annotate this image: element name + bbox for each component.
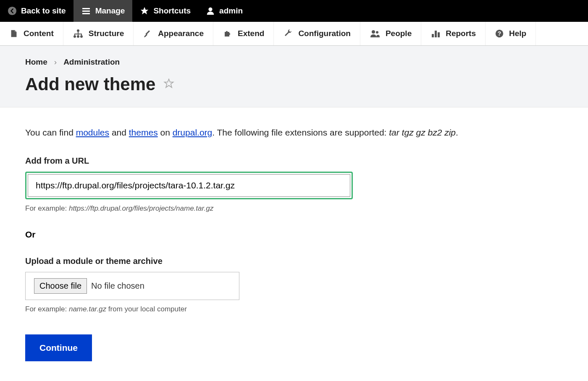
- breadcrumb-separator: ›: [54, 57, 57, 67]
- svg-rect-12: [432, 34, 434, 37]
- continue-button[interactable]: Continue: [25, 334, 92, 361]
- people-icon: [370, 29, 381, 38]
- tab-appearance-label: Appearance: [158, 29, 204, 38]
- shortcuts-label: Shortcuts: [153, 6, 191, 16]
- main-content: You can find modules and themes on drupa…: [0, 107, 588, 380]
- no-file-label: No file chosen: [91, 281, 144, 291]
- tab-extend-label: Extend: [238, 29, 264, 38]
- upload-help-text: For example: name.tar.gz from your local…: [25, 305, 563, 313]
- user-icon: [206, 6, 215, 16]
- intro-text: You can find modules and themes on drupa…: [25, 126, 563, 139]
- svg-point-8: [80, 35, 83, 38]
- breadcrumb-admin[interactable]: Administration: [63, 57, 120, 67]
- supported-extensions: tar tgz gz bz2 zip: [389, 128, 456, 137]
- page-header: Home › Administration Add new theme: [0, 46, 588, 107]
- tab-content-label: Content: [24, 29, 54, 38]
- themes-link[interactable]: themes: [129, 128, 158, 137]
- svg-point-6: [74, 35, 76, 38]
- star-icon: [140, 6, 149, 16]
- url-input-focus-ring: [25, 172, 353, 199]
- tab-help[interactable]: ? Help: [486, 22, 536, 45]
- tab-people-label: People: [386, 29, 412, 38]
- tab-reports-label: Reports: [446, 29, 476, 38]
- bar-chart-icon: [430, 29, 441, 38]
- admin-tabs: Content Structure Appearance Extend Conf…: [0, 22, 588, 46]
- svg-point-10: [372, 30, 375, 34]
- favorite-star-icon[interactable]: [163, 78, 175, 91]
- url-help-text: For example: https://ftp.drupal.org/file…: [25, 204, 563, 213]
- paintbrush-icon: [143, 29, 153, 39]
- svg-point-7: [77, 35, 79, 38]
- hierarchy-icon: [73, 29, 84, 38]
- wrench-icon: [283, 29, 293, 39]
- document-icon: [9, 29, 18, 38]
- svg-text:?: ?: [498, 31, 501, 37]
- back-icon: [8, 6, 17, 16]
- svg-rect-3: [82, 13, 90, 14]
- tab-content[interactable]: Content: [0, 22, 63, 45]
- svg-rect-9: [146, 30, 150, 35]
- svg-point-5: [77, 29, 79, 32]
- manage-label: Manage: [95, 6, 125, 16]
- puzzle-icon: [223, 29, 233, 39]
- svg-rect-1: [82, 8, 90, 9]
- manage-button[interactable]: Manage: [74, 0, 133, 22]
- admin-user-button[interactable]: admin: [198, 0, 250, 22]
- svg-rect-14: [438, 32, 440, 37]
- drupal-org-link[interactable]: drupal.org: [173, 128, 213, 137]
- back-to-site-button[interactable]: Back to site: [0, 0, 74, 22]
- tab-extend[interactable]: Extend: [213, 22, 274, 45]
- help-icon: ?: [495, 29, 504, 38]
- upload-label: Upload a module or theme archive: [25, 256, 563, 266]
- url-label: Add from a URL: [25, 156, 563, 166]
- tab-reports[interactable]: Reports: [421, 22, 486, 45]
- svg-rect-13: [435, 31, 437, 37]
- top-bar: Back to site Manage Shortcuts admin: [0, 0, 588, 22]
- svg-rect-2: [82, 10, 90, 12]
- file-input-row: Choose file No file chosen: [25, 272, 239, 300]
- choose-file-button[interactable]: Choose file: [34, 278, 87, 294]
- tab-structure[interactable]: Structure: [63, 22, 134, 45]
- hamburger-icon: [81, 6, 91, 16]
- tab-structure-label: Structure: [89, 29, 124, 38]
- tab-appearance[interactable]: Appearance: [134, 22, 213, 45]
- svg-point-0: [8, 7, 16, 15]
- url-section: Add from a URL For example: https://ftp.…: [25, 156, 563, 213]
- shortcuts-button[interactable]: Shortcuts: [132, 0, 198, 22]
- breadcrumb: Home › Administration: [25, 57, 563, 67]
- modules-link[interactable]: modules: [76, 128, 109, 137]
- tab-configuration[interactable]: Configuration: [274, 22, 360, 45]
- tab-people[interactable]: People: [360, 22, 421, 45]
- or-separator: Or: [25, 230, 563, 240]
- svg-point-11: [376, 31, 378, 34]
- tab-help-label: Help: [509, 29, 526, 38]
- back-label: Back to site: [21, 6, 66, 16]
- svg-point-4: [209, 8, 213, 11]
- admin-label: admin: [219, 6, 243, 16]
- page-title: Add new theme: [25, 74, 155, 94]
- breadcrumb-home[interactable]: Home: [25, 57, 47, 67]
- tab-configuration-label: Configuration: [298, 29, 351, 38]
- upload-section: Upload a module or theme archive Choose …: [25, 256, 563, 313]
- url-input[interactable]: [28, 174, 350, 197]
